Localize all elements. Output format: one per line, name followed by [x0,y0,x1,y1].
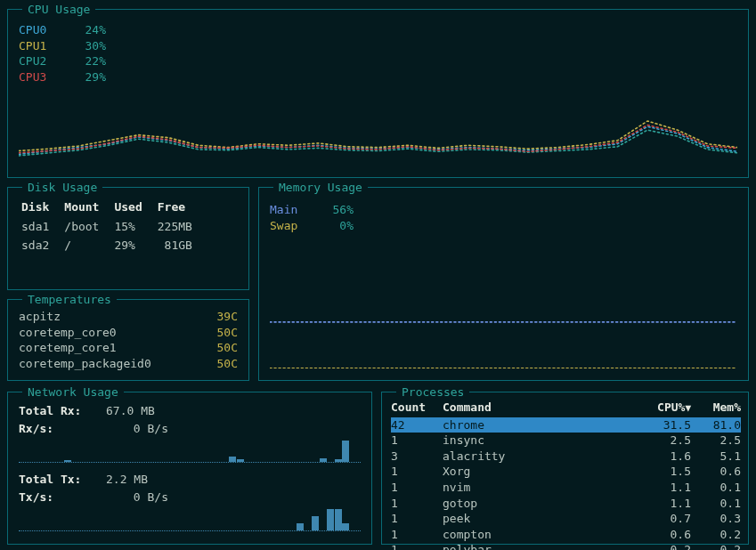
disk-col-free: Free [157,198,205,216]
mem-swap-label: Swap [270,218,307,234]
cpu-core-label: CPU2 [19,53,54,69]
disk-col-disk: Disk [20,198,61,216]
process-row[interactable]: 1peek0.70.3 [391,511,741,527]
net-rx-rate: Rx/s:0 B/s [19,421,361,437]
processes-panel: Processes Count Command CPU%▼ Mem% 42chr… [381,392,749,545]
temp-row: acpitz39C [19,309,238,325]
process-row[interactable]: 42chrome31.581.0 [391,417,741,433]
network-usage-panel: Network Usage Total Rx:67.0 MB Rx/s:0 B/… [7,392,372,545]
procs-col-cpu[interactable]: CPU%▼ [634,400,691,416]
mem-panel-title: Memory Usage [273,180,368,196]
process-row[interactable]: 1polybar0.20.2 [391,542,741,550]
temp-row: coretemp_packageid050C [19,356,238,372]
memory-sparkline [270,286,737,368]
net-rx-total: Total Rx:67.0 MB [19,403,361,419]
procs-header: Count Command CPU%▼ Mem% [391,400,741,417]
cpu-core-label: CPU3 [19,69,54,85]
process-row[interactable]: 1nvim1.10.1 [391,480,741,496]
cpu-row: CPU222% [19,53,737,69]
cpu-core-pct: 22% [70,53,106,69]
memory-usage-panel: Memory Usage Main56% Swap0% [258,187,749,381]
mem-swap-pct: 0% [323,218,354,234]
cpu-core-pct: 29% [70,69,106,85]
cpu-core-pct: 30% [70,38,106,54]
disk-col-mount: Mount [63,198,111,216]
temp-row: coretemp_core050C [19,325,238,341]
mem-main-pct: 56% [323,202,354,218]
procs-col-mem[interactable]: Mem% [691,400,741,416]
net-rx-chart [19,440,361,463]
cpu-panel-title: CPU Usage [22,2,95,18]
procs-col-count[interactable]: Count [391,400,443,416]
cpu-core-list: CPU024% CPU130% CPU222% CPU329% [19,22,737,85]
temp-row: coretemp_core150C [19,340,238,356]
cpu-row: CPU024% [19,22,737,38]
temperatures-panel: Temperatures acpitz39C coretemp_core050C… [7,299,249,381]
process-row[interactable]: 1compton0.60.2 [391,527,741,543]
net-tx-total: Total Tx:2.2 MB [19,472,361,488]
disk-table: Disk Mount Used Free sda1 /boot 15% 225M… [19,197,207,256]
sort-desc-icon: ▼ [685,402,691,414]
cpu-core-pct: 24% [70,22,106,38]
net-panel-title: Network Usage [22,384,124,400]
process-row[interactable]: 1insync2.52.5 [391,433,741,449]
cpu-core-label: CPU0 [19,22,54,38]
disk-usage-panel: Disk Usage Disk Mount Used Free sda1 /bo… [7,187,249,290]
procs-col-command[interactable]: Command [443,400,634,416]
cpu-core-label: CPU1 [19,38,54,54]
cpu-row: CPU329% [19,69,737,85]
mem-row: Swap0% [270,218,737,234]
process-row[interactable]: 1gotop1.10.1 [391,496,741,512]
process-row[interactable]: 3alacritty1.65.1 [391,449,741,465]
mem-main-label: Main [270,202,307,218]
disk-col-used: Used [113,198,154,216]
net-tx-rate: Tx/s:0 B/s [19,489,361,506]
mem-row: Main56% [270,202,737,218]
procs-panel-title: Processes [396,384,469,400]
table-row: sda2 / 29% 81GB [20,237,205,255]
cpu-usage-panel: CPU Usage CPU024% CPU130% CPU222% CPU329… [7,9,749,178]
cpu-sparkline [19,99,737,168]
cpu-row: CPU130% [19,38,737,54]
table-row: sda1 /boot 15% 225MB [20,218,205,236]
temps-panel-title: Temperatures [22,292,117,308]
disk-panel-title: Disk Usage [22,180,102,196]
process-row[interactable]: 1Xorg1.50.6 [391,464,741,480]
net-tx-chart [19,508,361,531]
